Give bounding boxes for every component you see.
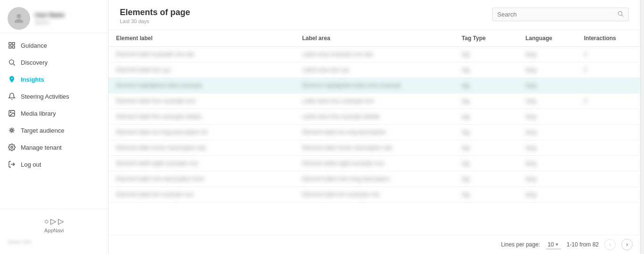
sidebar-item-logout[interactable]: Log out <box>0 156 108 173</box>
search-icon <box>617 10 624 18</box>
table-cell: lang <box>518 109 577 125</box>
table-cell: Label area five example details <box>294 109 454 125</box>
sidebar-bottom: ○ ▷ ▷ AppNavi status info <box>0 209 108 254</box>
page-title-block: Elements of page Last 30 days <box>120 8 190 24</box>
table-cell: lang <box>518 62 577 78</box>
table-cell: Element label example one abc <box>109 47 294 62</box>
right-scrollbar <box>640 0 644 254</box>
page-header: Elements of page Last 30 days <box>109 0 640 30</box>
table-row[interactable]: Element label two xyzLabel area two xyzt… <box>109 62 640 78</box>
svg-line-18 <box>10 131 11 132</box>
table-cell: tag <box>454 109 518 125</box>
table-cell: Element label two xyz <box>109 62 294 78</box>
table-cell: 0 <box>577 47 640 62</box>
logout-icon <box>8 160 16 169</box>
sidebar: User Name Admin Guidance Discovery <box>0 0 109 254</box>
sidebar-item-steering-activities[interactable]: Steering Activities <box>0 88 108 105</box>
chevron-left-icon: ‹ <box>609 241 611 248</box>
table-cell <box>577 187 640 203</box>
col-element-label: Element label <box>109 30 294 47</box>
table-cell: tag <box>454 93 518 109</box>
table-body: Element label example one abcLabel area … <box>109 47 640 203</box>
chevron-right-icon: › <box>626 241 628 248</box>
lines-per-page-select[interactable]: 10 ▼ <box>546 240 561 249</box>
sidebar-navigation: Guidance Discovery Insights <box>0 33 108 209</box>
sidebar-item-media-library[interactable]: Media library <box>0 105 108 122</box>
sidebar-item-label: Log out <box>21 161 41 168</box>
table-cell: Element label nine description here <box>109 171 294 187</box>
sidebar-item-label: Insights <box>21 76 44 83</box>
appnavi-label: AppNavi <box>44 228 64 233</box>
sidebar-status: status info <box>0 237 108 246</box>
table-cell: tag <box>454 47 518 62</box>
sidebar-item-discovery[interactable]: Discovery <box>0 54 108 71</box>
col-language: Language <box>518 30 577 47</box>
table-cell: lang <box>518 47 577 62</box>
grid-icon <box>8 41 16 50</box>
table-row[interactable]: Element label six long description txtEl… <box>109 125 640 140</box>
next-page-button[interactable]: › <box>621 239 633 250</box>
table-cell: Element label seven description abc <box>294 140 454 156</box>
table-cell: 0 <box>577 62 640 78</box>
table-cell <box>577 78 640 93</box>
table-row[interactable]: Element label nine description hereEleme… <box>109 171 640 187</box>
table-cell: Element highlighted label area example <box>294 78 454 93</box>
search-input[interactable] <box>497 11 614 18</box>
table-cell: tag <box>454 171 518 187</box>
user-info: User Name Admin <box>35 12 65 25</box>
table-cell <box>577 156 640 171</box>
table-cell: Element label ten example row <box>109 187 294 203</box>
svg-point-19 <box>11 146 13 148</box>
table-cell: tag <box>454 78 518 93</box>
table-cell: Element label nine long description <box>294 171 454 187</box>
sidebar-item-label: Guidance <box>21 42 47 49</box>
svg-line-16 <box>13 131 14 132</box>
table-row[interactable]: Element label eight example rowElement l… <box>109 156 640 171</box>
page-subtitle: Last 30 days <box>120 18 190 24</box>
table-container: Element label Label area Tag Type Langua… <box>109 30 640 235</box>
location-pin-icon <box>8 75 16 84</box>
table-cell: tag <box>454 187 518 203</box>
sidebar-item-label: Target audience <box>21 127 65 134</box>
table-row[interactable]: Element highlighted label exampleElement… <box>109 78 640 93</box>
svg-line-15 <box>10 128 11 129</box>
main-content: Elements of page Last 30 days Element la… <box>109 0 640 254</box>
avatar <box>8 7 30 30</box>
table-row[interactable]: Element label seven description abcEleme… <box>109 140 640 156</box>
prev-page-button[interactable]: ‹ <box>604 239 616 250</box>
play-icon: ▷ <box>58 217 64 226</box>
lines-per-page-value: 10 <box>548 241 554 248</box>
table-row[interactable]: Element label four example textLabel are… <box>109 93 640 109</box>
search-circle-icon <box>8 58 16 67</box>
table-cell: lang <box>518 125 577 140</box>
col-label-area: Label area <box>294 30 454 47</box>
table-cell: 0 <box>577 93 640 109</box>
sidebar-item-insights[interactable]: Insights <box>0 71 108 88</box>
elements-table: Element label Label area Tag Type Langua… <box>109 30 640 203</box>
sidebar-item-manage-tenant[interactable]: Manage tenant <box>0 139 108 156</box>
table-cell: tag <box>454 156 518 171</box>
table-cell: Element label eight example row <box>294 156 454 171</box>
sidebar-item-guidance[interactable]: Guidance <box>0 37 108 54</box>
table-row[interactable]: Element label example one abcLabel area … <box>109 47 640 62</box>
bell-icon <box>8 92 16 101</box>
svg-rect-4 <box>12 46 15 48</box>
search-box[interactable] <box>492 8 629 21</box>
table-cell: Label area four example text <box>294 93 454 109</box>
svg-rect-1 <box>9 42 11 45</box>
table-cell: Element label six long description <box>294 125 454 140</box>
table-cell <box>577 109 640 125</box>
table-row[interactable]: Element label ten example rowElement lab… <box>109 187 640 203</box>
sidebar-item-label: Manage tenant <box>21 144 62 151</box>
chevron-down-icon: ▼ <box>555 242 559 247</box>
appnavi-icons: ○ ▷ ▷ <box>44 217 64 226</box>
svg-line-22 <box>622 15 623 17</box>
table-header: Element label Label area Tag Type Langua… <box>109 30 640 47</box>
appnavi-logo: ○ ▷ ▷ AppNavi <box>0 213 108 237</box>
page-title: Elements of page <box>120 8 190 17</box>
table-cell: tag <box>454 62 518 78</box>
table-row[interactable]: Element label five example detailsLabel … <box>109 109 640 125</box>
svg-point-21 <box>618 11 622 15</box>
sidebar-item-target-audience[interactable]: Target audience <box>0 122 108 139</box>
table-cell: Element highlighted label example <box>109 78 294 93</box>
